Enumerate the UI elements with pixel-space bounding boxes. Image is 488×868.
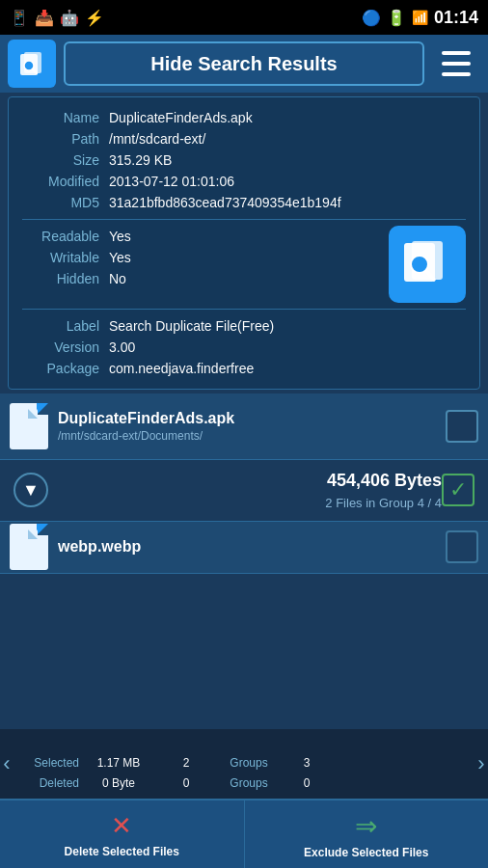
status-bar: 📱 📥 🤖 ⚡ 🔵 🔋 📶 01:14 — [0, 0, 488, 35]
group-info-text: 454,406 Bytes 2 Files in Group 4 / 4 — [58, 468, 442, 513]
md5-label: MD5 — [22, 195, 99, 210]
path-row: Path /mnt/sdcard-ext/ — [22, 128, 466, 149]
groups-label-1: Groups — [220, 753, 278, 774]
groups-label-2: Groups — [220, 773, 278, 795]
exclude-selected-button[interactable]: ⇒ Exclude Selected Files — [244, 800, 489, 868]
status-bar-left: 📱 📥 🤖 ⚡ — [10, 9, 104, 27]
file-info-1: DuplicateFinderAds.apk /mnt/sdcard-ext/D… — [58, 410, 446, 443]
dropdown-button[interactable]: ▼ — [14, 473, 48, 507]
hidden-value: No — [109, 271, 126, 286]
package-row: Package com.needjava.finderfree — [22, 358, 466, 379]
name-value: DuplicateFinderAds.apk — [109, 110, 253, 125]
svg-rect-11 — [14, 409, 38, 444]
time-display: 01:14 — [434, 8, 478, 28]
group-info-bar: ▼ 454,406 Bytes 2 Files in Group 4 / 4 ✓ — [0, 460, 488, 522]
selected-groups: 2 — [152, 753, 220, 774]
stats-row-deleted: Deleted 0 Byte 0 Groups 0 — [17, 773, 471, 795]
delete-label: Delete Selected Files — [65, 845, 179, 858]
android-icon: 🤖 — [60, 9, 79, 27]
properties-section: Readable Yes Writable Yes Hidden No — [22, 226, 466, 303]
label-value: Search Duplicate File(Free) — [109, 318, 274, 334]
battery-icon: 🔋 — [387, 9, 406, 27]
md5-row: MD5 31a21bfbd863cead737409354e1b194f — [22, 192, 466, 213]
file-icon-1 — [10, 403, 48, 449]
selected-size: 1.17 MB — [85, 753, 152, 774]
file-info-2: webp.webp — [58, 538, 446, 556]
sim-icon: 📱 — [10, 9, 29, 27]
package-label: Package — [22, 361, 99, 376]
svg-rect-13 — [14, 529, 38, 564]
details-panel: Name DuplicateFinderAds.apk Path /mnt/sd… — [8, 96, 480, 390]
exclude-icon: ⇒ — [355, 810, 377, 842]
deleted-size: 0 Byte — [85, 773, 152, 795]
readable-row: Readable Yes — [22, 226, 381, 247]
modified-value: 2013-07-12 01:01:06 — [109, 174, 234, 189]
divider-2 — [22, 309, 466, 310]
action-bar: ✕ Delete Selected Files ⇒ Exclude Select… — [0, 799, 488, 868]
app-logo — [8, 40, 56, 88]
group-files: 2 Files in Group 4 / 4 — [58, 494, 442, 513]
file-checkbox-1[interactable] — [446, 410, 478, 443]
properties-block: Readable Yes Writable Yes Hidden No — [22, 226, 381, 289]
deleted-files: 0 — [278, 773, 336, 795]
menu-button[interactable] — [432, 40, 480, 88]
version-value: 3.00 — [109, 339, 135, 355]
writable-value: Yes — [109, 250, 131, 265]
file-item-1[interactable]: DuplicateFinderAds.apk /mnt/sdcard-ext/D… — [0, 393, 488, 460]
version-label: Version — [22, 339, 99, 355]
bluetooth-icon: 🔵 — [362, 9, 381, 27]
file-checkbox-2[interactable] — [446, 530, 478, 563]
hide-search-button[interactable]: Hide Search Results — [64, 41, 424, 86]
writable-label: Writable — [22, 250, 99, 265]
package-value: com.needjava.finderfree — [109, 361, 254, 376]
readable-label: Readable — [22, 229, 99, 244]
file-name-1: DuplicateFinderAds.apk — [58, 410, 446, 427]
svg-rect-5 — [442, 62, 471, 66]
stats-bar: ‹ Selected 1.17 MB 2 Groups 3 Deleted 0 … — [0, 729, 488, 799]
version-row: Version 3.00 — [22, 337, 466, 358]
md5-value: 31a21bfbd863cead737409354e1b194f — [109, 195, 341, 210]
group-checkbox[interactable]: ✓ — [442, 474, 474, 506]
svg-rect-6 — [442, 72, 471, 76]
deleted-groups: 0 — [152, 773, 220, 795]
delete-selected-button[interactable]: ✕ Delete Selected Files — [0, 800, 244, 868]
signal-icon: 📶 — [412, 10, 428, 25]
name-label: Name — [22, 110, 99, 125]
next-button[interactable]: › — [474, 735, 488, 793]
exclude-label: Exclude Selected Files — [304, 846, 428, 859]
download-icon: 📥 — [35, 9, 54, 27]
size-row: Size 315.29 KB — [22, 149, 466, 171]
file-path-1: /mnt/sdcard-ext/Documents/ — [58, 429, 446, 443]
label-label: Label — [22, 318, 99, 334]
app-icon-large — [389, 226, 466, 303]
prev-button[interactable]: ‹ — [0, 735, 14, 793]
deleted-label: Deleted — [17, 773, 85, 795]
top-toolbar: Hide Search Results — [0, 35, 488, 93]
readable-value: Yes — [109, 229, 131, 244]
path-value: /mnt/sdcard-ext/ — [109, 131, 205, 147]
file-item-2[interactable]: webp.webp — [0, 522, 488, 574]
divider-1 — [22, 219, 466, 220]
stats-grid: Selected 1.17 MB 2 Groups 3 Deleted 0 By… — [14, 753, 474, 775]
name-row: Name DuplicateFinderAds.apk — [22, 107, 466, 128]
file-icon-2 — [10, 524, 48, 570]
svg-rect-4 — [442, 51, 471, 55]
hidden-row: Hidden No — [22, 268, 381, 289]
usb-icon: ⚡ — [85, 9, 104, 27]
hidden-label: Hidden — [22, 271, 99, 286]
writable-row: Writable Yes — [22, 247, 381, 268]
size-value: 315.29 KB — [109, 152, 172, 168]
group-bytes: 454,406 Bytes — [58, 468, 442, 494]
file-name-2: webp.webp — [58, 538, 446, 556]
stats-row-selected: Selected 1.17 MB 2 Groups 3 — [17, 753, 471, 774]
selected-files: 3 — [278, 753, 336, 774]
status-bar-right: 🔵 🔋 📶 01:14 — [362, 8, 478, 28]
selected-label: Selected — [17, 753, 85, 774]
delete-icon: ✕ — [111, 811, 132, 841]
size-label: Size — [22, 152, 99, 168]
modified-row: Modified 2013-07-12 01:01:06 — [22, 171, 466, 192]
modified-label: Modified — [22, 174, 99, 189]
path-label: Path — [22, 131, 99, 147]
label-row: Label Search Duplicate File(Free) — [22, 315, 466, 337]
